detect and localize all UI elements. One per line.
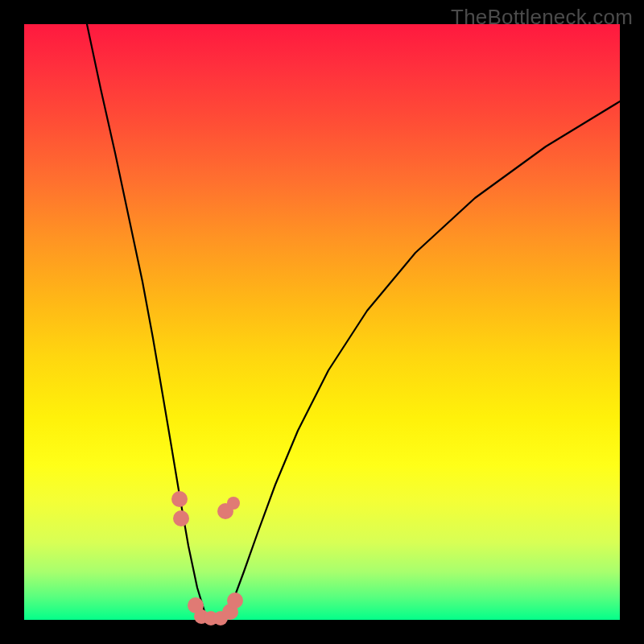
data-point-marker bbox=[227, 592, 243, 609]
data-point-marker bbox=[227, 497, 240, 510]
curve-svg bbox=[24, 24, 620, 620]
chart-frame: TheBottleneck.com bbox=[0, 0, 644, 644]
bottleneck-curve-path bbox=[87, 24, 620, 617]
data-point-marker bbox=[171, 491, 188, 507]
plot-area bbox=[24, 24, 620, 620]
watermark-text: TheBottleneck.com bbox=[451, 5, 633, 30]
data-point-marker bbox=[173, 510, 189, 526]
